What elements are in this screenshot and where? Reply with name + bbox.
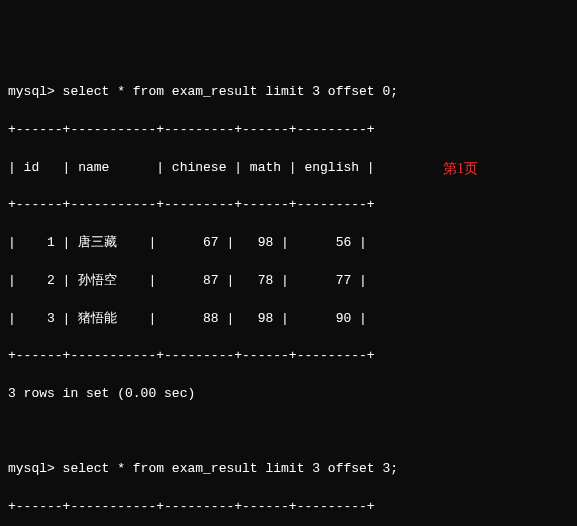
query-line-2: mysql> select * from exam_result limit 3… <box>8 460 569 479</box>
mysql-prompt: mysql> <box>8 84 63 99</box>
table-header: | id | name | chinese | math | english | <box>8 160 375 175</box>
status-line: 3 rows in set (0.00 sec) <box>8 385 569 404</box>
query-line-1: mysql> select * from exam_result limit 3… <box>8 83 569 102</box>
table-border: +------+-----------+---------+------+---… <box>8 347 569 366</box>
mysql-prompt: mysql> <box>8 461 63 476</box>
table-border: +------+-----------+---------+------+---… <box>8 498 569 517</box>
table-border: +------+-----------+---------+------+---… <box>8 121 569 140</box>
table-header-row: | id | name | chinese | math | english |… <box>8 159 569 178</box>
sql-statement: select * from exam_result limit 3 offset… <box>63 461 398 476</box>
table-row: | 2 | 孙悟空 | 87 | 78 | 77 | <box>8 272 569 291</box>
table-border: +------+-----------+---------+------+---… <box>8 196 569 215</box>
blank-line <box>8 423 569 442</box>
table-row: | 3 | 猪悟能 | 88 | 98 | 90 | <box>8 310 569 329</box>
page-annotation-1: 第1页 <box>443 161 478 176</box>
table-row: | 1 | 唐三藏 | 67 | 98 | 56 | <box>8 234 569 253</box>
sql-statement: select * from exam_result limit 3 offset… <box>63 84 398 99</box>
